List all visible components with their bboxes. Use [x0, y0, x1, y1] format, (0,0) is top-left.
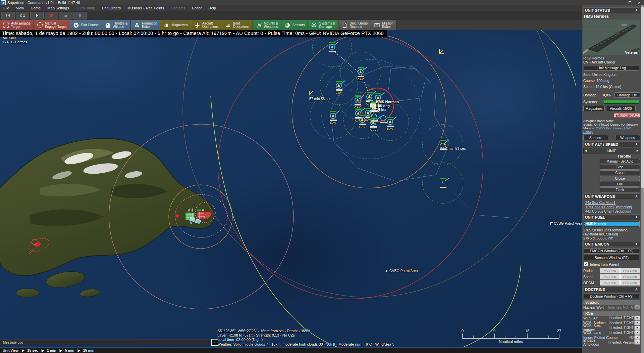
time-step-button[interactable]: ▶ 5 min — [60, 348, 74, 353]
collapse-icon[interactable] — [635, 215, 638, 219]
menu-item[interactable]: Editor — [189, 5, 205, 11]
emcon-active-button[interactable]: ACTIVE — [600, 280, 620, 285]
emcon-window-button[interactable]: EMCON Window (Ctrl + F9) — [584, 248, 639, 254]
damage-ctrl-button[interactable]: Damage Ctrl — [614, 92, 640, 98]
toolbar-button-icon — [163, 22, 169, 28]
weapon-link[interactable]: 24x Sea Cat Mod 1 — [585, 201, 640, 205]
fuel-unit-list-item[interactable]: HMS Hermes — [584, 222, 639, 226]
expand-log-button[interactable]: ↑ — [211, 339, 218, 346]
unit-status-header[interactable]: UNIT STATUS — [583, 7, 640, 13]
toolbar-button[interactable]: Formation Editor — [131, 20, 160, 30]
toolbar-button[interactable]: Plot Course — [70, 20, 102, 30]
time-multiplier-button[interactable]: x 1 — [16, 12, 29, 19]
bookmark-button[interactable] — [73, 12, 87, 19]
minimize-button[interactable]: ─ — [616, 0, 625, 5]
menu-item[interactable]: Unit Orders — [99, 5, 124, 11]
throttle-button[interactable]: Flank — [600, 187, 640, 192]
emcon-passive-button[interactable]: PASSIVE — [620, 280, 640, 285]
tooltip-name: HMS Hermes — [376, 100, 399, 104]
unit-fuel-header[interactable]: UNIT FUEL — [583, 214, 640, 220]
toolbar-button[interactable]: Aircraft Operations — [191, 20, 222, 30]
throttle-button[interactable]: Manual - Set Auto — [600, 159, 640, 164]
scrollbar-thumb[interactable] — [641, 7, 644, 188]
time-step-button[interactable]: ▶ 1 min — [42, 348, 56, 353]
unit-message-log-button[interactable]: Unit Message Log — [584, 65, 639, 71]
toolbar-button[interactable]: Manual Engage Target — [34, 20, 70, 30]
menu-item-label: Game — [31, 6, 41, 10]
doctrine-row-dropdown[interactable] — [634, 330, 640, 335]
collapse-icon[interactable] — [635, 8, 638, 12]
weapon-link[interactable]: 12x Corvus Chaff [Distraction] — [585, 205, 640, 209]
collapse-icon[interactable] — [635, 242, 638, 246]
collapse-icon[interactable] — [635, 142, 638, 146]
edit-hosted-ac-button[interactable]: Edit hosted AC — [614, 113, 640, 118]
menu-item[interactable]: Missions + Ref. Points — [124, 5, 167, 11]
collapse-icon[interactable] — [635, 194, 638, 198]
doctrine-row-dropdown[interactable] — [634, 340, 640, 345]
menu-item[interactable]: Game — [27, 5, 44, 11]
menu-item[interactable]: Help — [205, 5, 219, 11]
doctrine-header[interactable]: DOCTRINE — [583, 286, 640, 292]
sensors-panel-button[interactable]: Sensors — [583, 135, 608, 140]
toolbar-button[interactable]: Magazines — [160, 20, 191, 30]
doctrine-row-dropdown[interactable] — [634, 320, 640, 325]
collapse-icon[interactable] — [635, 288, 638, 291]
weapon-link[interactable]: 44x Corvus Chaff [Seduction] — [585, 209, 640, 213]
menu-item[interactable]: Quick Jump — [72, 5, 99, 11]
fuel-remaining-line: 27857,0 fuel units remaining — [583, 228, 640, 232]
throttle-button[interactable]: Full — [600, 182, 640, 187]
doctrine-row-dropdown[interactable] — [634, 316, 640, 320]
toolbar-button[interactable]: Mission Editor — [371, 20, 397, 30]
doctrine-window-button[interactable]: Doctrine Window (Ctrl + F9) — [584, 294, 639, 299]
scope-next-arrow[interactable]: ▶ — [636, 149, 640, 152]
reference-point[interactable]: CVBG Patrol Area — [550, 221, 582, 225]
weapons-panel-button[interactable]: Weapons — [615, 135, 640, 140]
unit-alt-speed-header[interactable]: UNIT ALT / SPEED — [583, 141, 640, 147]
unit-emcon-header[interactable]: UNIT EMCON — [583, 241, 640, 247]
inherit-checkbox[interactable]: ✓ — [584, 262, 588, 266]
throttle-button[interactable]: Cruise — [600, 176, 640, 181]
sensors-window-button[interactable]: Sensors Window (F9) — [584, 255, 639, 260]
toolbar-button[interactable]: Boat Operations — [222, 20, 253, 30]
emcon-passive-button[interactable]: PASSIVE — [620, 274, 640, 279]
systems-label: Systems: — [583, 100, 598, 104]
nuclear-wpn-dropdown[interactable] — [634, 305, 640, 310]
maximize-button[interactable]: ❐ — [625, 0, 635, 5]
readiness-bar — [359, 115, 366, 117]
doctrine-row-dropdown[interactable] — [634, 325, 640, 330]
ferry-mode-button[interactable] — [59, 12, 72, 19]
emcon-active-button[interactable]: ACTIVE — [600, 268, 620, 273]
toolbar-button[interactable]: Throttle & Altitude — [102, 20, 131, 30]
menu-item[interactable]: Contacts — [167, 5, 189, 11]
toolbar-button[interactable]: Sensors — [281, 20, 308, 30]
play-button[interactable] — [30, 12, 44, 19]
unit-weapons-header[interactable]: UNIT WEAPONS — [583, 193, 640, 199]
toolbar-button[interactable]: Mounts & Weapons — [253, 20, 281, 30]
toolbar-button[interactable]: Auto Engage Target — [0, 20, 34, 30]
message-log-bar[interactable]: Message Log — [0, 340, 210, 345]
time-step-button[interactable]: ▶ 15 min — [77, 348, 94, 353]
menu-item[interactable]: Map Settings — [44, 5, 72, 11]
doctrine-row-dropdown[interactable] — [634, 335, 640, 340]
svg-text:0: 0 — [462, 329, 464, 333]
sidebar-scrollbar[interactable] — [641, 5, 644, 353]
unit-db-link[interactable]: R 12 Hermes — [583, 56, 604, 60]
menu-item[interactable]: File — [0, 5, 13, 11]
emcon-passive-button[interactable]: PASSIVE — [620, 268, 640, 273]
toolbar-button[interactable]: Unit / Group Doctrine — [338, 20, 371, 30]
menu-item[interactable]: View — [13, 5, 28, 11]
aircraft-button[interactable]: Aircraft: 15/20 — [606, 106, 636, 111]
scope-prev-arrow[interactable]: ◀ — [584, 149, 588, 152]
record-button[interactable] — [45, 12, 58, 19]
game-clock-button[interactable] — [1, 12, 15, 19]
toolbar-button[interactable]: Systems & Damage — [308, 20, 338, 30]
unit-course-line: Course: 100 deg — [583, 79, 640, 83]
map-viewport[interactable]: 0 9 18 27 Nautical miles CAV — [0, 0, 582, 347]
reference-point[interactable]: CVBG Patrol Area — [386, 269, 418, 273]
throttle-button[interactable]: Creep — [600, 170, 640, 175]
emcon-active-button[interactable]: ACTIVE — [600, 274, 620, 279]
throttle-button[interactable]: Stop — [600, 165, 640, 170]
time-step-button[interactable]: ▶ 15 sec — [22, 348, 38, 353]
close-button[interactable]: ✕ — [635, 0, 644, 5]
magazines-button[interactable]: Magazines — [583, 106, 605, 111]
